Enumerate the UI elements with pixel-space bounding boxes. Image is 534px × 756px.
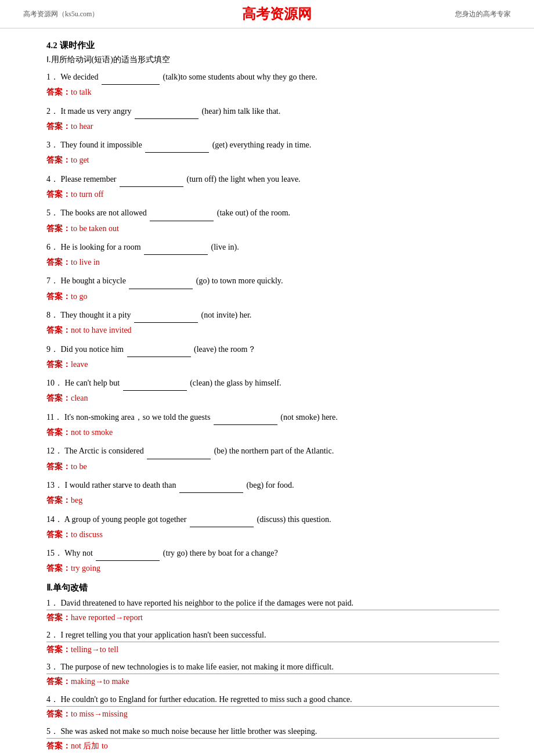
question-line-9: 9． Did you notice him (leave) the room？ (46, 342, 499, 357)
answer-6: 答案：to live in (46, 256, 499, 269)
answer-text-14: to discuss (71, 530, 103, 539)
question-blank-15 (96, 546, 160, 561)
question-blank-5 (150, 206, 214, 221)
correction-answer-text-2: telling→to tell (71, 645, 118, 654)
question-before-4: Please remember (61, 175, 117, 183)
question-line-2: 2． It made us very angry (hear) him talk… (46, 104, 499, 119)
question-num-10: 10． (46, 379, 63, 387)
question-after-9: (leave) the room？ (192, 345, 256, 354)
question-num-14: 14． (46, 515, 63, 524)
question-blank-6 (144, 240, 208, 255)
question-blank-13 (179, 478, 243, 493)
page-header: 高考资源网（ks5u.com） 高考资源网 您身边的高考专家 (0, 0, 534, 28)
question-blank-10 (123, 376, 187, 391)
question-line-10: 10． He can't help but (clean) the glass … (46, 376, 499, 391)
question-after-7: (go) to town more quickly. (194, 276, 283, 285)
answer-4: 答案：to turn off (46, 188, 499, 201)
correction-answer-label-4: 答案： (46, 710, 71, 718)
answer-3: 答案：to get (46, 154, 499, 167)
correction-answer-5: 答案：not 后加 to (46, 740, 499, 753)
answer-label-11: 答案： (46, 428, 71, 437)
question-num-3: 3． (46, 141, 59, 149)
answer-label-2: 答案： (46, 122, 71, 131)
correction-answer-text-5: not 后加 to (71, 741, 108, 750)
header-center: 高考资源网 (242, 5, 312, 23)
answer-10: 答案：clean (46, 392, 499, 405)
question-after-4: (turn off) the light when you leave. (185, 175, 301, 183)
question-blank-12 (147, 444, 211, 459)
answer-label-12: 答案： (46, 462, 71, 471)
question-after-5: (take out) of the room. (215, 208, 290, 217)
correction-answer-3: 答案：making→to make (46, 675, 499, 688)
question-block-10: 10． He can't help but (clean) the glass … (46, 376, 499, 405)
question-num-1: 1． (46, 73, 59, 81)
question-block-8: 8． They thought it a pity (not invite) h… (46, 308, 499, 337)
question-after-1: (talk)to some students about why they go… (161, 73, 317, 81)
correction-answer-text-3: making→to make (71, 677, 129, 686)
question-block-13: 13． I would rather starve to death than … (46, 478, 499, 507)
page: 高考资源网（ks5u.com） 高考资源网 您身边的高考专家 4.2 课时作业 … (0, 0, 534, 756)
question-after-15: (try go) there by boat for a change? (161, 549, 277, 557)
answer-text-3: to get (71, 156, 89, 164)
correction-answer-label-1: 答案： (46, 613, 71, 622)
correction-answer-text-1: have reported→report (71, 613, 143, 622)
correction-block-2: 2． I regret telling you that your applic… (46, 630, 499, 656)
correction-line-4: 4． He couldn't go to England for further… (46, 694, 499, 707)
question-before-15: Why not (64, 549, 93, 557)
question-line-5: 5． The books are not allowed (take out) … (46, 206, 499, 221)
answer-12: 答案：to be (46, 460, 499, 473)
question-before-12: The Arctic is considered (64, 447, 143, 455)
header-left: 高考资源网（ks5u.com） (23, 9, 99, 19)
answer-8: 答案：not to have invited (46, 324, 499, 337)
question-num-9: 9． (46, 345, 59, 354)
answer-text-1: to talk (71, 88, 91, 96)
question-line-1: 1． We decided (talk)to some students abo… (46, 70, 499, 85)
question-after-14: (discuss) this question. (255, 515, 331, 524)
question-after-11: (not smoke) here. (279, 413, 338, 422)
question-blank-14 (190, 512, 254, 527)
correction-line-1: 1． David threatened to have reported his… (46, 598, 499, 610)
question-blank-2 (135, 104, 199, 119)
question-num-8: 8． (46, 311, 59, 319)
correction-text-4: He couldn't go to England for further ed… (61, 695, 352, 704)
correction-answer-label-3: 答案： (46, 677, 71, 686)
question-line-14: 14． A group of young people got together… (46, 512, 499, 527)
correction-line-2: 2． I regret telling you that your applic… (46, 630, 499, 642)
question-blank-9 (127, 342, 191, 357)
questions-container: 1． We decided (talk)to some students abo… (46, 70, 499, 575)
question-before-6: He is looking for a room (61, 243, 141, 251)
question-blank-3 (145, 138, 209, 153)
answer-14: 答案：to discuss (46, 528, 499, 541)
correction-line-5: 5． She was asked not make so much noise … (46, 726, 499, 739)
correction-num-4: 4． (46, 695, 61, 704)
answer-text-12: to be (71, 462, 87, 471)
question-after-12: (be) the northern part of the Atlantic. (212, 447, 334, 455)
answer-label-6: 答案： (46, 258, 71, 267)
correction-answer-label-5: 答案： (46, 741, 71, 750)
corrections-container: 1． David threatened to have reported his… (46, 598, 499, 756)
answer-15: 答案：try going (46, 562, 499, 575)
answer-7: 答案：to go (46, 290, 499, 303)
question-num-6: 6． (46, 243, 59, 251)
header-right: 您身边的高考专家 (455, 9, 511, 19)
question-block-14: 14． A group of young people got together… (46, 512, 499, 542)
question-after-3: (get) everything ready in time. (210, 141, 311, 149)
correction-answer-1: 答案：have reported→report (46, 611, 499, 624)
question-before-13: I would rather starve to death than (65, 481, 176, 489)
question-before-11: It's non-smoking area，so we told the gue… (64, 413, 210, 422)
question-num-5: 5． (46, 208, 59, 217)
correction-text-3: The purpose of new technologies is to ma… (60, 663, 333, 671)
answer-5: 答案：to be taken out (46, 222, 499, 235)
question-num-4: 4． (46, 175, 59, 183)
question-blank-1 (102, 70, 160, 85)
question-blank-7 (129, 273, 193, 289)
correction-block-4: 4． He couldn't go to England for further… (46, 694, 499, 721)
part1-title: Ⅰ.用所给动词(短语)的适当形式填空 (46, 55, 499, 65)
answer-text-6: to live in (71, 258, 100, 267)
question-block-7: 7． He bought a bicycle (go) to town more… (46, 273, 499, 303)
question-before-7: He bought a bicycle (61, 276, 126, 285)
answer-label-5: 答案： (46, 224, 71, 233)
question-line-15: 15． Why not (try go) there by boat for a… (46, 546, 499, 561)
question-num-7: 7． (46, 276, 59, 285)
question-block-11: 11． It's non-smoking area，so we told the… (46, 410, 499, 440)
